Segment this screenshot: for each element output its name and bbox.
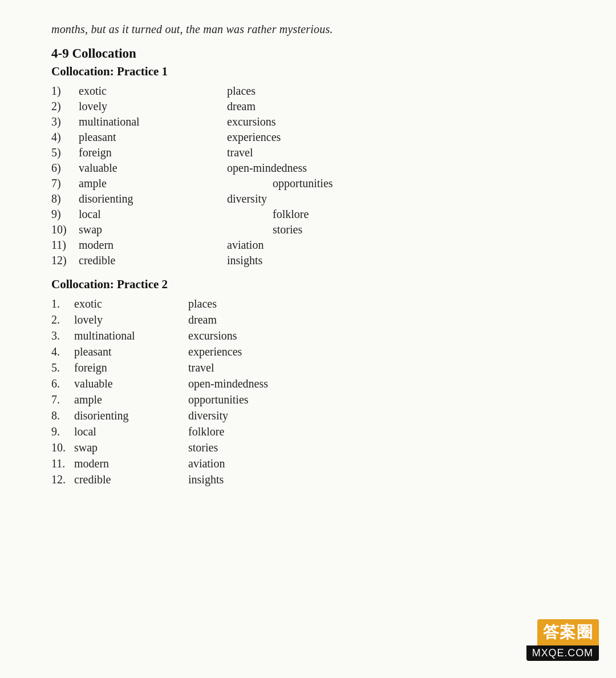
p2-number: 9.	[51, 425, 74, 438]
item-word: pleasant	[79, 131, 227, 144]
p2-word1: swap	[74, 441, 188, 454]
item-number: 7)	[51, 177, 79, 190]
list-item: 7)ampleopportunities	[51, 177, 565, 190]
p2-number: 7.	[51, 393, 74, 406]
page: months, but as it turned out, the man wa…	[0, 0, 616, 678]
p2-number: 3.	[51, 329, 74, 342]
item-number: 12)	[51, 254, 79, 267]
list-item: 10.swapstories	[51, 441, 565, 454]
item-number: 4)	[51, 131, 79, 144]
practice2-subtitle: Collocation: Practice 2	[51, 277, 565, 292]
list-item: 1.exoticplaces	[51, 297, 565, 310]
list-item: 6.valuableopen-mindedness	[51, 377, 565, 390]
p2-word2: folklore	[188, 425, 224, 438]
item-pair: places	[227, 84, 256, 98]
p2-word2: opportunities	[188, 393, 249, 406]
p2-word1: pleasant	[74, 345, 188, 358]
p2-number: 1.	[51, 297, 74, 310]
list-item: 10)swapstories	[51, 223, 565, 236]
p2-word2: places	[188, 297, 217, 310]
item-number: 6)	[51, 162, 79, 175]
p2-word2: open-mindedness	[188, 377, 268, 390]
p2-number: 4.	[51, 345, 74, 358]
p2-word1: disorienting	[74, 409, 188, 422]
item-number: 8)	[51, 192, 79, 205]
item-word: multinational	[79, 115, 227, 128]
p2-word2: diversity	[188, 409, 228, 422]
list-item: 5.foreigntravel	[51, 361, 565, 374]
item-word: swap	[79, 223, 227, 236]
item-number: 10)	[51, 223, 79, 236]
item-pair: stories	[227, 223, 302, 236]
p2-number: 8.	[51, 409, 74, 422]
list-item: 9.localfolklore	[51, 425, 565, 438]
item-word: modern	[79, 239, 227, 252]
item-number: 11)	[51, 239, 79, 252]
item-number: 1)	[51, 84, 79, 98]
list-item: 8)disorientingdiversity	[51, 192, 565, 205]
p2-word2: excursions	[188, 329, 237, 342]
item-word: disorienting	[79, 192, 227, 205]
p2-word2: stories	[188, 441, 218, 454]
p2-number: 12.	[51, 473, 74, 486]
practice2-list: 1.exoticplaces2.lovelydream3.multination…	[51, 297, 565, 486]
item-number: 9)	[51, 208, 79, 221]
item-word: lovely	[79, 100, 227, 113]
item-word: ample	[79, 177, 227, 190]
item-number: 3)	[51, 115, 79, 128]
item-pair: insights	[227, 254, 262, 267]
p2-word2: dream	[188, 313, 217, 326]
watermark-top-label: 答案圈	[537, 619, 599, 645]
practice1-subtitle: Collocation: Practice 1	[51, 64, 565, 79]
list-item: 1)exoticplaces	[51, 84, 565, 98]
p2-word1: valuable	[74, 377, 188, 390]
item-word: local	[79, 208, 227, 221]
p2-number: 10.	[51, 441, 74, 454]
item-number: 2)	[51, 100, 79, 113]
p2-word1: local	[74, 425, 188, 438]
list-item: 12)credibleinsights	[51, 254, 565, 267]
item-pair: opportunities	[227, 177, 333, 190]
p2-word2: travel	[188, 361, 214, 374]
item-word: foreign	[79, 146, 227, 159]
list-item: 3)multinationalexcursions	[51, 115, 565, 128]
item-word: valuable	[79, 162, 227, 175]
section-title: 4-9 Collocation	[51, 46, 565, 61]
p2-word1: foreign	[74, 361, 188, 374]
p2-number: 2.	[51, 313, 74, 326]
list-item: 9)localfolklore	[51, 208, 565, 221]
list-item: 7.ampleopportunities	[51, 393, 565, 406]
p2-word1: credible	[74, 473, 188, 486]
p2-word2: insights	[188, 473, 224, 486]
list-item: 6)valuableopen-mindedness	[51, 162, 565, 175]
item-pair: folklore	[227, 208, 309, 221]
item-pair: diversity	[227, 192, 267, 205]
p2-number: 11.	[51, 457, 74, 470]
list-item: 3.multinationalexcursions	[51, 329, 565, 342]
list-item: 2.lovelydream	[51, 313, 565, 326]
list-item: 2)lovelydream	[51, 100, 565, 113]
list-item: 11.modernaviation	[51, 457, 565, 470]
p2-word1: multinational	[74, 329, 188, 342]
list-item: 12.credibleinsights	[51, 473, 565, 486]
item-pair: dream	[227, 100, 256, 113]
list-item: 8.disorientingdiversity	[51, 409, 565, 422]
p2-word2: aviation	[188, 457, 225, 470]
p2-number: 5.	[51, 361, 74, 374]
p2-word1: exotic	[74, 297, 188, 310]
list-item: 11)modernaviation	[51, 239, 565, 252]
item-pair: travel	[227, 146, 253, 159]
p2-word1: lovely	[74, 313, 188, 326]
p2-number: 6.	[51, 377, 74, 390]
list-item: 4.pleasantexperiences	[51, 345, 565, 358]
list-item: 5)foreigntravel	[51, 146, 565, 159]
item-pair: aviation	[227, 239, 264, 252]
item-pair: excursions	[227, 115, 276, 128]
list-item: 4)pleasantexperiences	[51, 131, 565, 144]
p2-word2: experiences	[188, 345, 242, 358]
item-word: exotic	[79, 84, 227, 98]
p2-word1: ample	[74, 393, 188, 406]
item-pair: experiences	[227, 131, 281, 144]
watermark-bottom-label: MXQE.COM	[526, 645, 599, 661]
p2-word1: modern	[74, 457, 188, 470]
